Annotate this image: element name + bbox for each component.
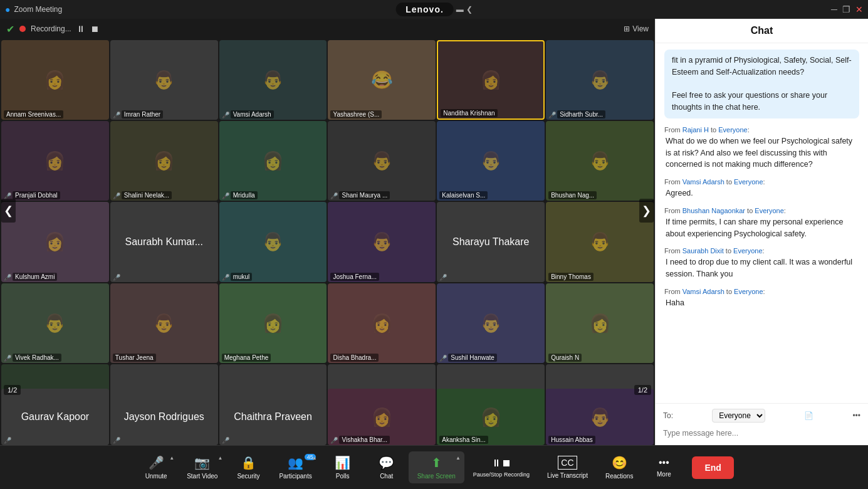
security-icon: 🔒 [241, 455, 256, 470]
title-bar-controls[interactable]: ─ ❐ ✕ [831, 4, 863, 14]
video-cell-23[interactable]: 👨 🎤 Sushil Hanwate [437, 283, 545, 363]
video-cell-7[interactable]: 👩 🎤 Pranjali Dobhal [1, 121, 109, 201]
chat-input-field[interactable] [663, 426, 860, 440]
live-transcript-icon: CC [558, 456, 577, 470]
app-title: Zoom Meeting [14, 5, 62, 14]
view-controls: ⊞ View [624, 24, 649, 33]
reactions-label: Reactions [605, 473, 633, 480]
chat-message-4: From Bhushan Nagaonkar to Everyone: If t… [664, 207, 859, 240]
chat-panel: Chat fit in a pyramid of Physiological, … [655, 19, 868, 445]
security-button[interactable]: 🔒 Security [226, 451, 270, 483]
toolbar: 🎤 Unmute ▲ 📷 Start Video ▲ 🔒 Security 👥 … [0, 445, 868, 489]
share-screen-caret: ▲ [456, 455, 461, 461]
video-cell-4[interactable]: 😂 Yashashree (S... [328, 40, 436, 120]
pause-recording-label: Pause/Stop Recording [473, 471, 530, 478]
next-page-button[interactable]: ❯ [639, 199, 654, 223]
video-cell-20[interactable]: 👨 Tushar Jeena [110, 283, 218, 363]
video-cell-34[interactable]: 👩 🎤 Vishakha Bhar... [328, 389, 436, 445]
video-cell-22[interactable]: 👩 Disha Bhadra... [328, 283, 436, 363]
video-cell-12[interactable]: 👨 Bhushan Nag... [546, 121, 654, 201]
unmute-label: Unmute [145, 473, 167, 480]
video-cell-1[interactable]: 👩 Annam Sreenivas... [1, 40, 109, 120]
reactions-icon: 😊 [612, 455, 627, 470]
file-icon[interactable]: 📄 [804, 411, 813, 420]
chat-header: Chat [656, 19, 868, 43]
video-cell-9[interactable]: 👩 🎤 Mridulla [219, 121, 327, 201]
video-cell-3[interactable]: 👨 🎤 Vamsi Adarsh [219, 40, 327, 120]
unmute-button[interactable]: 🎤 Unmute ▲ [134, 451, 178, 483]
more-button[interactable]: ••• More [642, 453, 686, 481]
polls-button[interactable]: 📊 Polls [321, 451, 365, 483]
chat-button[interactable]: 💬 Chat [365, 451, 409, 483]
back-icon[interactable]: ❮ [466, 5, 473, 14]
live-transcript-label: Live Transcript [547, 472, 588, 479]
recording-dot [19, 26, 26, 32]
participants-caret: ▲ [312, 455, 317, 461]
video-cell-17[interactable]: Sharayu Thakare 🎤 [437, 202, 545, 281]
page-indicator-left: 1/2 [4, 385, 21, 395]
grid-icon: ⊞ [624, 24, 630, 33]
video-cell-24[interactable]: 👩 Quraish N [546, 283, 654, 363]
video-cell-15[interactable]: 👨 🎤 mukul [219, 202, 327, 281]
live-transcript-button[interactable]: CC Live Transcript [538, 452, 597, 483]
security-label: Security [237, 473, 259, 480]
chat-input-area: To: Everyone 📄 ••• [656, 403, 868, 445]
title-bar-left: ● Zoom Meeting [5, 4, 62, 14]
zoom-icon: ● [5, 4, 10, 14]
title-bar-center: Lenovo. ▬ ❮ [395, 3, 473, 16]
video-cell-21[interactable]: 👩 Meghana Pethe [219, 283, 327, 363]
share-screen-label: Share Screen [417, 473, 456, 480]
video-cell-14[interactable]: Saurabh Kumar... 🎤 [110, 202, 218, 281]
video-cell-35[interactable]: 👩 Akanksha Sin... [437, 389, 545, 445]
video-cell-19[interactable]: 👨 🎤 Vivek Radhak... [1, 283, 109, 363]
video-cell-16[interactable]: 👨 Joshua Ferna... [328, 202, 436, 281]
video-area: ✔ Recording... ⏸ ⏹ ⊞ View 👩 Annam Sreeni… [0, 19, 655, 445]
minimize-button[interactable]: ─ [831, 4, 837, 14]
share-screen-button[interactable]: ⬆ Share Screen ▲ [409, 451, 464, 483]
recording-bar: ✔ Recording... ⏸ ⏹ ⊞ View [0, 19, 655, 39]
video-cell-11[interactable]: 👨 Kalaiselvan S... [437, 121, 545, 201]
chat-icon: 💬 [379, 455, 394, 470]
page-indicator-right: 1/2 [634, 385, 651, 395]
video-cell-32[interactable]: Jayson Rodrigues 🎤 [110, 389, 218, 445]
reactions-button[interactable]: 😊 Reactions [597, 451, 642, 483]
video-cell-10[interactable]: 👨 🎤 Shani Maurya ... [328, 121, 436, 201]
polls-icon: 📊 [335, 455, 350, 470]
chat-to-dropdown[interactable]: Everyone [712, 409, 765, 423]
chat-title: Chat [751, 25, 773, 36]
recording-status: Recording... [31, 24, 71, 33]
chat-bubble-1: fit in a pyramid of Physiological, Safet… [664, 50, 859, 118]
chat-message-2: From Rajani H to Everyone: What do we do… [664, 126, 859, 171]
lenovo-logo: Lenovo. [395, 3, 454, 16]
participants-button[interactable]: 👥 Participants 45 ▲ [270, 451, 320, 483]
maximize-button[interactable]: ❐ [842, 4, 850, 14]
start-video-button[interactable]: 📷 Start Video ▲ [178, 451, 226, 483]
start-video-label: Start Video [187, 473, 217, 480]
video-cell-31[interactable]: Gaurav Kapoor 🎤 [1, 389, 109, 445]
close-button[interactable]: ✕ [855, 4, 863, 14]
window-icon: ▬ [456, 5, 464, 14]
video-cell-18[interactable]: 👨 Binny Thomas [546, 202, 654, 281]
more-chat-icon[interactable]: ••• [852, 411, 860, 420]
video-cell-33[interactable]: Chaithra Praveen 🎤 [219, 389, 327, 445]
video-cell-36[interactable]: 👨 Hussain Abbas [546, 389, 654, 445]
video-cell-5[interactable]: 👩 Nanditha Krishnan [437, 40, 545, 120]
prev-page-button[interactable]: ❮ [1, 199, 16, 223]
participants-icon: 👥 [288, 455, 303, 470]
chat-message-3: From Vamsi Adarsh to Everyone: Agreed. [664, 178, 859, 199]
video-cell-13[interactable]: 👩 🎤 Kulshum Azmi [1, 202, 109, 281]
video-cell-2[interactable]: 👨 🎤 Imran Rather [110, 40, 218, 120]
chat-label: Chat [380, 473, 393, 480]
participants-label: Participants [279, 473, 311, 480]
pause-icon: ⏸⏹ [491, 458, 511, 469]
pause-recording-icon[interactable]: ⏸ [76, 24, 85, 34]
stop-recording-icon[interactable]: ⏹ [90, 24, 99, 34]
view-button[interactable]: ⊞ View [624, 24, 649, 33]
video-cell-8[interactable]: 👩 🎤 Shalini Neelak... [110, 121, 218, 201]
more-label: More [657, 471, 671, 478]
video-grid: 👩 Annam Sreenivas... 👨 🎤 Imran Rather 👨 … [0, 39, 655, 445]
pause-recording-button[interactable]: ⏸⏹ Pause/Stop Recording [464, 454, 538, 481]
end-button[interactable]: End [692, 456, 733, 479]
video-cell-6[interactable]: 👨 🎤 Sidharth Subr... [546, 40, 654, 120]
chat-message-5: From Saurabh Dixit to Everyone: I need t… [664, 247, 859, 280]
